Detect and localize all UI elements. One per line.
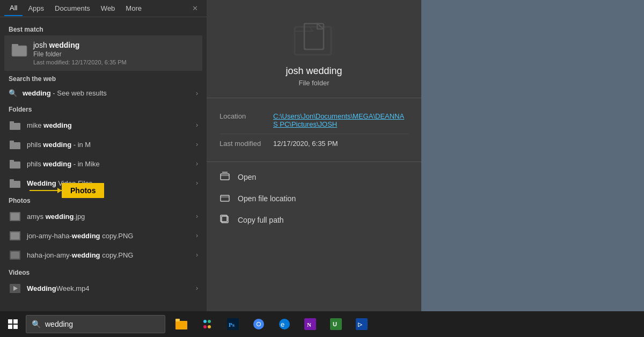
detail-header: josh wedding File folder	[207, 0, 421, 98]
photo-haha-jon-amy[interactable]: haha-jon-amy-wedding copy.PNG ›	[0, 245, 207, 265]
tabs-bar: All Apps Documents Web More ✕	[0, 0, 207, 17]
photos-header: Photos Photos	[0, 193, 207, 207]
tab-documents[interactable]: Documents	[49, 1, 96, 16]
svg-rect-20	[221, 174, 229, 180]
search-icon: 🔍	[9, 89, 17, 97]
taskbar-search-box[interactable]: 🔍	[26, 315, 165, 333]
detail-info: Location C:\Users\Jon\Documents\MEGA\DEA…	[207, 98, 421, 162]
svg-point-31	[203, 320, 207, 323]
folders-header: Folders	[0, 101, 207, 115]
videos-header: Videos	[0, 265, 207, 279]
open-icon	[219, 172, 230, 182]
search-panel: All Apps Documents Web More ✕ Best match	[0, 0, 207, 337]
detail-title: josh wedding	[286, 65, 342, 77]
taskbar-blue-icon[interactable]: ▷	[350, 311, 374, 337]
results-area: Best match josh wedding File folder Last…	[0, 17, 207, 337]
web-search-text: wedding - See web results	[23, 89, 191, 97]
chevron-right-icon: ›	[196, 179, 198, 187]
action-open-label: Open	[238, 173, 256, 181]
chevron-right-icon: ›	[196, 284, 198, 292]
folder-icon	[9, 177, 21, 189]
action-copy-full-path-label: Copy full path	[238, 216, 284, 224]
taskbar-edge-icon[interactable]: e	[273, 311, 296, 337]
tab-web[interactable]: Web	[96, 1, 121, 16]
taskbar-chrome-icon[interactable]	[247, 311, 270, 337]
svg-rect-3	[10, 121, 14, 123]
photo-amys-wedding[interactable]: amys wedding.jpg ›	[0, 207, 207, 226]
taskbar-file-explorer-icon[interactable]	[170, 311, 193, 337]
svg-point-33	[203, 325, 207, 328]
action-open-file-location[interactable]: Open file location	[207, 188, 421, 209]
taskbar-green-icon[interactable]: U	[324, 311, 348, 337]
svg-rect-0	[12, 46, 27, 56]
svg-rect-9	[10, 179, 14, 181]
chevron-right-icon: ›	[196, 213, 198, 220]
taskbar-search-icon: 🔍	[32, 320, 41, 328]
folder-icon	[9, 119, 21, 131]
best-match-item[interactable]: josh wedding File folder Last modified: …	[4, 35, 202, 71]
taskbar-photoshop-icon[interactable]: Ps	[221, 311, 245, 337]
svg-text:N: N	[307, 321, 311, 328]
svg-rect-24	[8, 319, 12, 324]
best-match-title: josh wedding	[33, 41, 127, 49]
image-icon	[9, 210, 21, 223]
video-wedding-week-label: WeddingWeek.mp4	[27, 284, 191, 292]
chevron-right-icon: ›	[196, 160, 198, 167]
folder-icon	[9, 157, 21, 170]
svg-text:▷: ▷	[358, 321, 363, 327]
photo-jon-amy-haha-label: jon-amy-haha-wedding copy.PNG	[27, 232, 191, 240]
tab-all[interactable]: All	[4, 1, 23, 16]
folder-phils-wedding-2-label: phils wedding - in Mike	[27, 160, 191, 168]
folder-mike-wedding[interactable]: mike wedding ›	[0, 115, 207, 135]
svg-text:e: e	[281, 320, 284, 328]
svg-rect-4	[10, 142, 20, 149]
open-file-location-icon	[219, 193, 230, 204]
detail-subtitle: File folder	[298, 79, 329, 87]
chevron-right-icon: ›	[196, 251, 198, 259]
best-match-date: Last modified: 12/17/2020, 6:35 PM	[33, 59, 127, 65]
photo-jon-amy-haha[interactable]: jon-amy-haha-wedding copy.PNG ›	[0, 226, 207, 245]
start-button[interactable]	[0, 311, 26, 337]
detail-actions: Open Open file location Copy full path	[207, 162, 421, 235]
taskbar: 🔍 Ps	[0, 311, 644, 337]
chevron-right-icon: ›	[196, 232, 198, 239]
folder-mike-wedding-label: mike wedding	[27, 121, 191, 129]
desktop: All Apps Documents Web More ✕ Best match	[0, 0, 644, 337]
image-icon	[9, 248, 21, 261]
svg-text:U: U	[333, 321, 337, 327]
svg-rect-2	[10, 123, 20, 130]
tab-apps[interactable]: Apps	[23, 1, 49, 16]
detail-location-label: Location	[219, 112, 273, 128]
svg-rect-13	[11, 232, 19, 239]
chevron-right-icon: ›	[196, 141, 198, 148]
detail-modified-row: Last modified 12/17/2020, 6:35 PM	[219, 134, 408, 153]
svg-rect-6	[10, 162, 20, 169]
svg-text:Ps: Ps	[229, 321, 235, 328]
detail-modified-label: Last modified	[219, 140, 273, 148]
video-wedding-week[interactable]: WeddingWeek.mp4 ›	[0, 279, 207, 298]
svg-rect-11	[11, 213, 19, 220]
svg-rect-27	[13, 325, 18, 329]
svg-point-34	[208, 325, 211, 328]
folder-phils-wedding-2[interactable]: phils wedding - in Mike ›	[0, 154, 207, 173]
web-search-item[interactable]: 🔍 wedding - See web results ›	[0, 85, 207, 101]
copy-icon	[219, 215, 230, 225]
svg-rect-1	[12, 44, 18, 47]
svg-point-39	[257, 323, 260, 326]
action-open[interactable]: Open	[207, 166, 421, 188]
best-match-header: Best match	[0, 21, 207, 35]
svg-rect-25	[13, 319, 18, 324]
svg-rect-15	[11, 252, 19, 259]
taskbar-search-input[interactable]	[45, 320, 159, 328]
close-icon[interactable]: ✕	[188, 2, 202, 14]
detail-location-value[interactable]: C:\Users\Jon\Documents\MEGA\DEANNAS PC\P…	[273, 112, 408, 128]
folder-phils-wedding-1[interactable]: phils wedding - in M ›	[0, 135, 207, 154]
action-copy-full-path[interactable]: Copy full path	[207, 209, 421, 231]
detail-folder-icon	[292, 16, 335, 59]
taskbar-slack-icon[interactable]	[195, 311, 219, 337]
tab-more[interactable]: More	[120, 1, 147, 16]
web-search-header: Search the web	[0, 71, 207, 85]
taskbar-onenote-icon[interactable]: N	[298, 311, 322, 337]
folder-phils-wedding-1-label: phils wedding - in M	[27, 141, 191, 149]
best-match-subtitle: File folder	[33, 50, 127, 58]
